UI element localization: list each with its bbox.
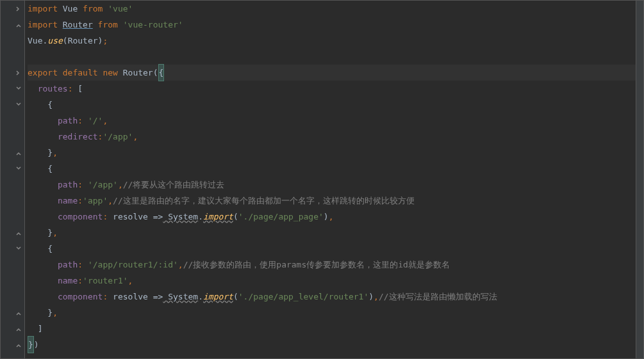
code-line: },	[28, 305, 636, 321]
code-line: Vue.use(Router);	[28, 33, 636, 49]
code-line: import Vue from 'vue'	[28, 1, 636, 17]
code-line: path: '/app/router1/:id',//接收参数的路由，使用par…	[28, 257, 636, 273]
code-line: redirect:'/app',	[28, 129, 636, 145]
fold-marker-icon[interactable]	[15, 21, 22, 29]
fold-marker-icon[interactable]	[15, 165, 22, 173]
gutter	[1, 1, 25, 358]
code-line: {	[28, 161, 636, 177]
fold-marker-icon[interactable]	[15, 341, 22, 349]
code-line: routes: [	[28, 81, 636, 97]
vertical-scrollbar[interactable]	[636, 1, 643, 358]
code-line: name:'router1',	[28, 273, 636, 289]
fold-marker-icon[interactable]	[15, 245, 22, 253]
fold-marker-icon[interactable]	[15, 149, 22, 157]
code-line: ]	[28, 321, 636, 337]
code-line: path: '/app',//将要从这个路由跳转过去	[28, 177, 636, 193]
code-line: path: '/',	[28, 113, 636, 129]
fold-marker-icon[interactable]	[15, 229, 22, 237]
code-line: name:'app',//这里是路由的名字，建议大家每个路由都加一个名字，这样跳…	[28, 193, 636, 209]
fold-marker-icon[interactable]	[15, 325, 22, 333]
code-line-current: export default new Router({	[28, 65, 636, 81]
code-editor: import Vue from 'vue' import Router from…	[0, 0, 644, 359]
code-line: import Router from 'vue-router'	[28, 17, 636, 33]
fold-marker-icon[interactable]	[15, 69, 22, 77]
code-line: component: resolve => System.import('./p…	[28, 289, 636, 305]
code-line	[28, 49, 636, 65]
code-area[interactable]: import Vue from 'vue' import Router from…	[25, 1, 636, 358]
fold-marker-icon[interactable]	[15, 5, 22, 13]
code-line: },	[28, 225, 636, 241]
code-line: {	[28, 241, 636, 257]
code-line: },	[28, 145, 636, 161]
code-line: component: resolve => System.import('./p…	[28, 209, 636, 225]
fold-marker-icon[interactable]	[15, 309, 22, 317]
code-line: })	[28, 337, 636, 353]
fold-marker-icon[interactable]	[15, 101, 22, 109]
fold-marker-icon[interactable]	[15, 85, 22, 93]
code-line: {	[28, 97, 636, 113]
